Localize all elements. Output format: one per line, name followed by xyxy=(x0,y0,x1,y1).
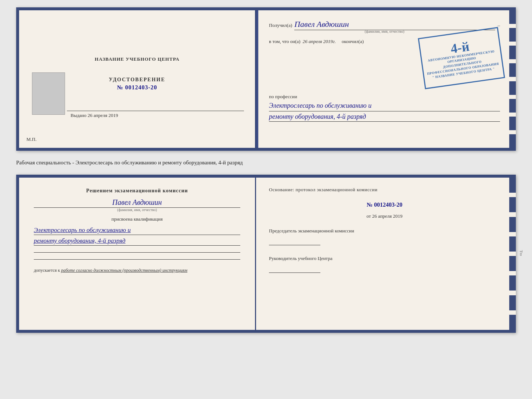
dopuskaetsya-block: допускается к работе согласно должностны… xyxy=(34,268,240,273)
bottom-right-border-stripes xyxy=(509,178,516,330)
ot-date-line: от 26 апреля 2019 xyxy=(269,213,500,219)
dash: – xyxy=(497,22,500,28)
dopuskaetsya-value: работе согласно должностным (производств… xyxy=(61,268,187,273)
person-name-top: Павел Авдюшин xyxy=(294,19,495,30)
professiya-block: по профессии Электрослесарь по обслужива… xyxy=(269,94,500,122)
bottom-document: Решением экзаменационной комиссии Павел … xyxy=(16,175,516,333)
ot-date: 26 апреля 2019 xyxy=(372,213,403,219)
predsedatel-signature-line xyxy=(269,245,320,245)
bottom-person-block: Павел Авдюшин (фамилия, имя, отчество) xyxy=(34,198,240,212)
kval-block: Электрослесарь по обслуживанию и ремонту… xyxy=(34,227,240,246)
separator-label: Рабочая специальность - Электрослесарь п… xyxy=(16,160,243,165)
top-right-panel: Получил(а) Павел Авдюшин – (фамилия, имя… xyxy=(256,10,513,148)
predsedatel-label: Председатель экзаменационной комиссии xyxy=(269,228,500,234)
top-left-panel: НАЗВАНИЕ УЧЕБНОГО ЦЕНТРА УДОСТОВЕРЕНИЕ №… xyxy=(19,10,256,148)
stamp-line3: " НАЗВАНИЕ УЧЕБНОГО ЦЕНТРА " xyxy=(432,67,495,79)
dopuskaetsya-label: допускается к xyxy=(34,268,60,273)
ot-label: от xyxy=(367,213,371,219)
rukovoditel-label: Руководитель учебного Центра xyxy=(269,256,500,261)
vtom-block: в том, что он(а) 26 апреля 2019г. окончи… xyxy=(269,39,500,44)
bottom-right-panel: Основание: протокол экзаменационной коми… xyxy=(256,178,513,330)
signature-line xyxy=(67,111,244,111)
osnovanie-text: Основание: протокол экзаменационной коми… xyxy=(269,187,500,193)
tto-label: Tto xyxy=(519,250,523,256)
blank-line-2 xyxy=(34,259,240,260)
bottom-left-panel: Решением экзаменационной комиссии Павел … xyxy=(19,178,256,330)
stamp-line2: ДОПОЛНИТЕЛЬНОГО ПРОФЕССИОНАЛЬНОГО ОБРАЗО… xyxy=(426,57,499,76)
top-document: НАЗВАНИЕ УЧЕБНОГО ЦЕНТРА УДОСТОВЕРЕНИЕ №… xyxy=(16,7,516,151)
predsedatel-block: Председатель экзаменационной комиссии xyxy=(269,228,500,247)
kval-line1: Электрослесарь по обслуживанию и xyxy=(34,227,240,235)
udostoverenie-label: УДОСТОВЕРЕНИЕ xyxy=(109,77,165,83)
separator-text: Рабочая специальность - Электрослесарь п… xyxy=(16,157,516,168)
poluchil-label: Получил(а) xyxy=(269,22,292,28)
top-left-title: НАЗВАНИЕ УЧЕБНОГО ЦЕНТРА xyxy=(95,56,180,62)
vydano-label: Выдано xyxy=(71,113,86,118)
stamp: 4-й АВТОНОМНУЮ НЕКОММЕРЧЕСКУЮ ОРГАНИЗАЦИ… xyxy=(418,27,505,89)
vydano-line: Выдано 26 апреля 2019 xyxy=(71,113,118,118)
vtom-date: 26 апреля 2019г. xyxy=(303,39,336,44)
mp-label: М.П. xyxy=(26,136,36,142)
prisvoena-text: присвоена квалификация xyxy=(34,216,240,222)
poluchil-block: Получил(а) Павел Авдюшин – (фамилия, имя… xyxy=(269,19,500,33)
bottom-person-name: Павел Авдюшин xyxy=(34,198,240,208)
professiya-line1: Электрослесарь по обслуживанию и xyxy=(269,101,500,111)
rukovoditel-signature-line xyxy=(269,272,320,273)
photo-placeholder xyxy=(32,72,65,115)
kval-line2: ремонту оборудования, 4-й разряд xyxy=(34,237,240,246)
udostoverenie-number: № 0012403-20 xyxy=(117,84,157,90)
stamp-line1: АВТОНОМНУЮ НЕКОММЕРЧЕСКУЮ ОРГАНИЗАЦИЮ xyxy=(425,49,498,68)
okochil-label: окончил(а) xyxy=(342,39,364,44)
rukovoditel-block: Руководитель учебного Центра xyxy=(269,256,500,274)
poluchil-line: Получил(а) Павел Авдюшин – xyxy=(269,19,500,30)
bottom-fio-hint: (фамилия, имя, отчество) xyxy=(34,208,240,212)
vydano-date: 26 апреля 2019 xyxy=(88,113,118,118)
vtom-label: в том, что он(а) xyxy=(269,39,301,44)
protocol-number: № 0012403-20 xyxy=(269,202,500,208)
udostoverenie-block: УДОСТОВЕРЕНИЕ № 0012403-20 xyxy=(109,77,165,91)
professiya-label: по профессии xyxy=(269,94,500,100)
right-border-stripes xyxy=(509,10,516,148)
blank-line-1 xyxy=(34,252,240,253)
professiya-line2: ремонту оборудования, 4-й разряд xyxy=(269,113,500,122)
resheniem-title: Решением экзаменационной комиссии xyxy=(34,188,240,194)
